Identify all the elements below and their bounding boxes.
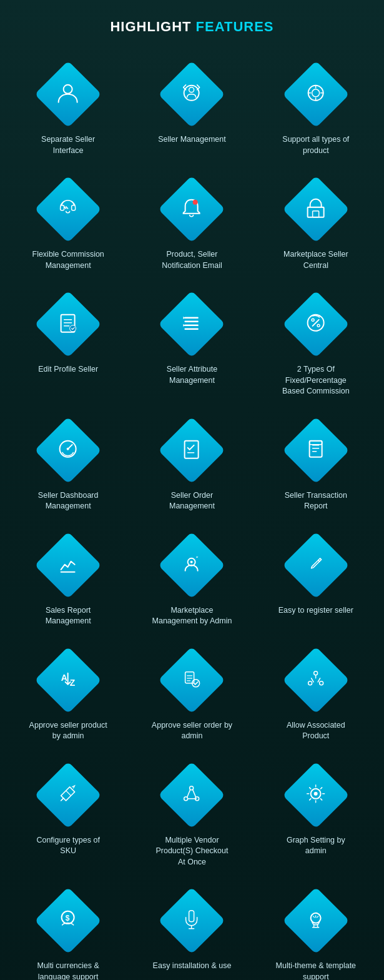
feature-label-easy-register: Easy to register seller — [278, 605, 353, 616]
seller-attribute-icon — [180, 311, 204, 338]
multi-currencies-icon: $ — [56, 908, 80, 934]
page-title: HIGHLIGHT FEATURES — [0, 0, 384, 47]
feature-label-graph-setting: Graph Setting by admin — [275, 835, 357, 857]
svg-point-25 — [308, 681, 312, 685]
feature-diamond-seller-dashboard — [37, 419, 99, 482]
feature-label-commission-types: 2 Types Of Fixed/Percentage Based Commis… — [275, 364, 357, 397]
seller-management-icon — [180, 81, 204, 108]
feature-label-marketplace-seller-central: Marketplace Seller Central — [275, 249, 357, 271]
feature-item-multi-theme: Multi-theme & template support — [254, 880, 378, 980]
feature-label-seller-transaction: Seller Transaction Report — [275, 490, 357, 512]
feature-label-seller-management: Seller Management — [158, 134, 225, 146]
feature-diamond-marketplace-management — [160, 534, 223, 596]
feature-diamond-seller-order — [160, 419, 223, 482]
seller-order-icon — [180, 437, 204, 463]
feature-label-multi-currencies: Multi currencies & language support — [27, 961, 109, 980]
svg-point-29 — [195, 796, 199, 800]
marketplace-management-icon — [180, 552, 204, 578]
support-all-products-icon — [304, 81, 328, 108]
feature-label-approve-order: Approve seller order by admin — [151, 720, 232, 742]
feature-label-sales-report: Sales Report Management — [27, 605, 109, 627]
multiple-vendor-icon — [180, 781, 204, 808]
title-highlight: HIGHLIGHT — [110, 19, 195, 34]
feature-diamond-seller-management — [160, 63, 223, 126]
feature-diamond-graph-setting — [285, 764, 347, 826]
sales-report-icon — [56, 552, 80, 578]
feature-item-configure-sku: Configure types of SKU — [6, 755, 130, 874]
easy-register-icon — [304, 552, 328, 578]
feature-item-marketplace-management: Marketplace Management by Admin — [130, 525, 254, 633]
feature-label-easy-install: Easy installation & use — [153, 961, 232, 972]
feature-diamond-support-all-products — [285, 63, 347, 126]
feature-label-edit-profile-seller: Edit Profile Seller — [38, 364, 98, 375]
approve-product-icon: AZ — [56, 666, 80, 693]
feature-label-multi-theme: Multi-theme & template support — [275, 961, 357, 980]
feature-item-seller-management: Seller Management — [130, 54, 254, 162]
svg-rect-15 — [185, 440, 199, 458]
seller-dashboard-icon — [56, 437, 80, 463]
svg-point-0 — [64, 85, 72, 94]
feature-diamond-configure-sku — [37, 764, 99, 826]
feature-label-flexible-commission: Flexible Commission Management — [27, 249, 109, 271]
svg-text:A: A — [61, 672, 67, 682]
svg-rect-17 — [310, 440, 322, 444]
feature-item-easy-install: Easy installation & use — [130, 880, 254, 980]
feature-label-multiple-vendor: Multiple Vendor Product(S) Checkout At O… — [151, 835, 232, 868]
feature-item-flexible-commission: Flexible Commission Management — [6, 169, 130, 277]
feature-label-product-notification: Product, Seller Notification Email — [151, 249, 232, 271]
svg-point-26 — [320, 681, 323, 685]
easy-install-icon — [180, 908, 204, 934]
feature-label-allow-associated: Allow Associated Product — [275, 720, 357, 742]
feature-item-multiple-vendor: Multiple Vendor Product(S) Checkout At O… — [130, 755, 254, 874]
feature-item-multi-currencies: $Multi currencies & language support — [6, 880, 130, 980]
feature-diamond-edit-profile-seller — [37, 293, 99, 355]
feature-diamond-easy-register — [285, 534, 347, 596]
feature-item-separate-seller-interface: Separate Seller Interface — [6, 54, 130, 162]
feature-item-allow-associated: Allow Associated Product — [254, 640, 378, 748]
feature-label-seller-order: Seller Order Management — [151, 490, 232, 512]
svg-rect-7 — [313, 211, 319, 217]
feature-item-support-all-products: Support all types of product — [254, 54, 378, 162]
feature-diamond-product-notification — [160, 178, 223, 240]
approve-order-icon — [180, 666, 204, 693]
feature-diamond-seller-attribute — [160, 293, 223, 355]
feature-diamond-separate-seller-interface — [37, 63, 99, 126]
feature-item-marketplace-seller-central: Marketplace Seller Central — [254, 169, 378, 277]
svg-point-24 — [314, 671, 318, 675]
svg-point-4 — [312, 89, 320, 97]
configure-sku-icon — [56, 781, 80, 808]
feature-item-seller-order: Seller Order Management — [130, 410, 254, 518]
feature-item-graph-setting: Graph Setting by admin — [254, 755, 378, 874]
feature-item-commission-types: 2 Types Of Fixed/Percentage Based Commis… — [254, 284, 378, 403]
feature-label-configure-sku: Configure types of SKU — [27, 835, 109, 857]
marketplace-seller-central-icon — [304, 196, 328, 223]
feature-diamond-approve-product: AZ — [37, 649, 99, 711]
feature-diamond-approve-order — [160, 649, 223, 711]
svg-rect-6 — [308, 207, 324, 217]
feature-label-separate-seller-interface: Separate Seller Interface — [27, 134, 109, 156]
feature-diamond-seller-transaction — [285, 419, 347, 482]
feature-item-edit-profile-seller: Edit Profile Seller — [6, 284, 130, 403]
seller-transaction-icon — [304, 437, 328, 463]
feature-label-marketplace-management: Marketplace Management by Admin — [151, 605, 232, 627]
feature-item-seller-attribute: Seller Attribute Management — [130, 284, 254, 403]
feature-diamond-flexible-commission — [37, 178, 99, 240]
feature-label-seller-dashboard: Seller Dashboard Management — [27, 490, 109, 512]
feature-item-seller-transaction: Seller Transaction Report — [254, 410, 378, 518]
feature-item-approve-order: Approve seller order by admin — [130, 640, 254, 748]
svg-point-27 — [190, 786, 194, 789]
feature-label-support-all-products: Support all types of product — [275, 134, 357, 156]
feature-item-product-notification: Product, Seller Notification Email — [130, 169, 254, 277]
separate-seller-interface-icon — [56, 81, 80, 108]
feature-label-seller-attribute: Seller Attribute Management — [151, 364, 232, 386]
title-accent: FEATURES — [196, 19, 274, 34]
svg-point-31 — [314, 791, 318, 795]
svg-point-11 — [312, 319, 314, 321]
feature-label-approve-product: Approve seller product by admin — [27, 720, 109, 742]
feature-diamond-allow-associated — [285, 649, 347, 711]
features-grid: Separate Seller InterfaceSeller Manageme… — [0, 47, 384, 980]
product-notification-icon — [180, 196, 204, 223]
feature-item-approve-product: AZApprove seller product by admin — [6, 640, 130, 748]
feature-diamond-easy-install — [160, 889, 223, 952]
svg-point-2 — [189, 87, 194, 92]
